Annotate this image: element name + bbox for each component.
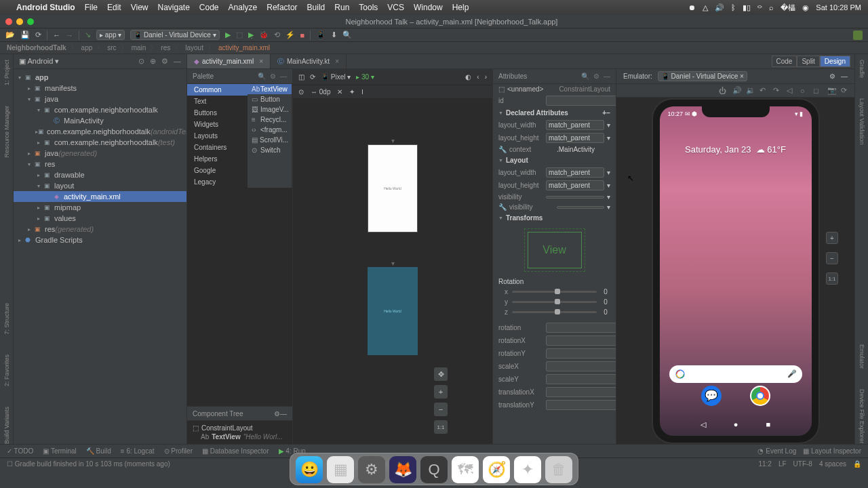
attr-hide-icon[interactable]: — [604,73,610,80]
dbinspect-tab[interactable]: ▦ Database Inspector [202,447,269,455]
menu-tools[interactable]: Tools [359,3,378,12]
volume-icon[interactable]: 🔊 [715,3,724,12]
record-icon[interactable]: ⏺ [688,3,696,12]
firefox-icon[interactable]: 🦊 [389,456,416,483]
tab-gradle[interactable]: Gradle [859,60,865,78]
maximize-window[interactable] [27,18,34,25]
zoom-out-icon[interactable]: − [434,403,448,416]
emu-gear-icon[interactable]: ⚙ [829,73,835,80]
profile-icon[interactable]: 🐞 [259,30,269,39]
emu-power-icon[interactable]: ⏻ [719,87,727,95]
ct-gear-icon[interactable]: ⚙ [274,410,280,418]
tab-main-activity[interactable]: ⒸMainActivity.kt× [271,54,347,68]
menu-refactor[interactable]: Refactor [267,3,297,12]
build-tab[interactable]: 🔨 Build [86,447,111,455]
guidelines-icon[interactable]: Ⅰ [361,88,363,96]
expand-icon[interactable]: ⊕ [150,57,156,66]
clear-constraints-icon[interactable]: ✕ [337,88,342,96]
layout-width-dropdown[interactable]: match_parent [546,167,604,178]
bluetooth-icon[interactable]: ᛒ [731,3,736,12]
battery-icon[interactable]: ▮▯ [743,3,751,12]
layout-height-dropdown[interactable]: match_parent [546,180,604,190]
launchpad-icon[interactable]: ▦ [327,456,354,483]
emu-rotleft-icon[interactable]: ↶ [760,86,768,95]
emu-zoom-out[interactable]: − [826,252,838,264]
menu-view[interactable]: View [131,3,149,12]
eventlog-tab[interactable]: ◔ Event Log [757,447,796,455]
sdk-icon[interactable]: ⬇ [331,30,337,39]
run-button[interactable]: ▶ [225,30,231,39]
search-everywhere-icon[interactable]: 🔍 [342,30,352,39]
project-tree[interactable]: ▾▣app ▸▣manifests ▾▣java ▾▣com.example.n… [14,69,186,248]
maps-icon[interactable]: 🗺 [452,456,479,483]
layoutinspect-tab[interactable]: ▦ Layout Inspector [803,447,861,455]
autoconnect-icon[interactable]: ⊙ [298,88,304,96]
apply-icon[interactable]: ⚡ [285,30,295,39]
avd-icon[interactable]: 📱 [316,30,326,39]
emu-zoom-fit[interactable]: 1:1 [826,272,838,285]
logcat-tab[interactable]: ≡ 6: Logcat [121,447,155,455]
palette-hide-icon[interactable]: — [280,73,287,80]
bc-layout[interactable]: layout [185,44,203,52]
default-margin[interactable]: ↔ 0dp [311,88,330,96]
viewmode-code[interactable]: Code [772,56,797,67]
palette-items[interactable]: AbTextView ▭Button 🖼ImageV... ≡Recycl...… [248,84,292,188]
app-icon-1[interactable]: ✦ [514,456,541,483]
zoom-fit-icon[interactable]: 1:1 [434,420,448,434]
messages-app-icon[interactable]: 💬 [701,386,722,406]
menu-file[interactable]: File [85,3,98,12]
emu-volup-icon[interactable]: 🔊 [732,86,741,95]
attr-width-dropdown[interactable]: match_parent [546,120,604,130]
device-dropdown[interactable]: 📱 Daniel - Virtual Device ▾ [130,30,219,40]
zoom-in-icon[interactable]: + [434,385,448,399]
rotation-y-slider[interactable] [512,301,597,303]
remove-attr-icon[interactable]: − [606,109,610,117]
trash-icon[interactable]: 🗑 [545,456,572,483]
close-window[interactable] [5,18,12,25]
viewmode-design[interactable]: Design [820,56,850,67]
emu-rotright-icon[interactable]: ↷ [773,86,781,95]
theme-icon[interactable]: ◐ [465,73,471,81]
chrome-app-icon[interactable] [750,386,770,406]
orientation-icon[interactable]: ⟳ [310,73,315,81]
profiler-tab[interactable]: ⊙ Profiler [164,447,193,455]
visibility-dropdown[interactable] [546,196,604,199]
wifi-icon[interactable]: ⌔ [757,3,762,12]
menu-run[interactable]: Run [334,3,349,12]
finder-icon[interactable]: 😀 [296,456,323,483]
mic-icon[interactable]: 🎤 [787,369,797,378]
settings-icon[interactable]: ⚙ [358,456,385,483]
gear-icon[interactable]: ⚙ [161,57,168,66]
bc-file[interactable]: activity_main.xml [218,44,270,52]
project-scope-dropdown[interactable]: ▣ Android ▾ [19,57,59,66]
design-surface-icon[interactable]: ◫ [298,73,304,81]
bc-main[interactable]: main [132,44,146,52]
attr-gear-icon[interactable]: ⚙ [593,73,599,80]
safari-icon[interactable]: 🧭 [483,456,510,483]
blueprint-preview[interactable]: Hello World [368,267,418,355]
design-canvas[interactable]: ◫ ⟳ 📱 Pixel ▾ ▸ 30 ▾ ◐ ‹› ⊙ ↔ 0dp ✕ ✦ Ⅰ … [293,69,492,444]
emulator-screen[interactable]: 10:27 ✉ ⬢ ▾ ▮ Saturday, Jan 23 ☁ 61°F 🎤 … [660,106,812,436]
emu-overview-icon[interactable]: □ [814,87,822,95]
palette-search-icon[interactable]: 🔍 [258,73,266,80]
menu-help[interactable]: Help [452,3,469,12]
emulator-device-dropdown[interactable]: 📱 Daniel - Virtual Device × [658,71,747,81]
coverage-icon[interactable]: ▶̣ [248,30,254,39]
bc-res[interactable]: res [161,44,170,52]
design-preview[interactable]: Hello World [368,144,418,232]
search-icon[interactable]: ⌕ [769,3,774,12]
bc-project[interactable]: NeighborhoodTalk [7,44,66,52]
viewmode-split[interactable]: Split [797,56,819,67]
tab-structure[interactable]: 7: Structure [3,303,10,335]
rotation-z-slider[interactable] [512,311,597,313]
emu-voldown-icon[interactable]: 🔉 [746,86,754,95]
tab-favorites[interactable]: 2: Favorites [3,354,10,386]
rotation-x-slider[interactable] [512,291,597,293]
emu-home-icon[interactable]: ○ [800,87,808,95]
tab-layout-validation[interactable]: Layout Validation [859,98,865,144]
build-icon[interactable]: ↘ [85,30,91,39]
open-icon[interactable]: 📂 [5,30,15,39]
menu-navigate[interactable]: Navigate [157,3,189,12]
emu-back-icon[interactable]: ◁ [787,86,795,95]
pan-icon[interactable]: ✥ [434,367,448,381]
